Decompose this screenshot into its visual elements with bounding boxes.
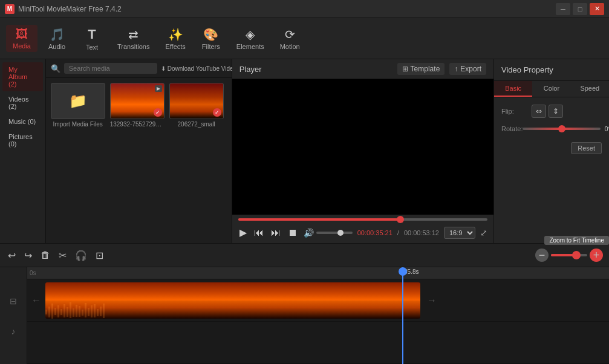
media-panel-toolbar: 🔍 ⬇ Download YouTube Videos (46, 59, 232, 78)
redo-button[interactable]: ↪ (22, 248, 34, 263)
rotate-label: Rotate: (501, 125, 523, 132)
export-button[interactable]: ↑ Export (449, 63, 486, 75)
delete-button[interactable]: 🗑 (39, 248, 52, 262)
main-toolbar: 🖼 Media 🎵 Audio T Text ⇄ Transitions ✨ E… (0, 18, 609, 59)
motion-icon: ⟳ (285, 27, 295, 42)
volume-control: 🔊 (304, 228, 353, 238)
flip-vertical-button[interactable]: ⇕ (549, 105, 563, 118)
timeline-ruler: 0s 35.8s (27, 267, 609, 279)
export-icon: ↑ (454, 65, 458, 73)
zoom-out-button[interactable]: − (535, 249, 549, 262)
aspect-ratio-select[interactable]: 16:9 4:3 1:1 (444, 227, 475, 239)
vid1-thumb: ▶ ✓ (110, 83, 164, 119)
toolbar-item-elements[interactable]: ◈ Elements (230, 25, 270, 53)
svg-rect-9 (70, 302, 71, 318)
tab-speed[interactable]: Speed (571, 81, 609, 97)
crop-button[interactable]: ⊡ (94, 248, 105, 263)
download-icon: ⬇ (161, 65, 166, 72)
svg-rect-13 (82, 310, 83, 316)
svg-rect-11 (76, 305, 77, 317)
transitions-icon: ⇄ (128, 27, 138, 42)
progress-filled (238, 218, 400, 221)
progress-thumb[interactable] (397, 216, 404, 223)
volume-icon: 🔊 (304, 228, 314, 238)
minimize-button[interactable]: ─ (556, 3, 570, 15)
elements-icon: ◈ (246, 27, 255, 42)
playhead-marker[interactable] (399, 267, 407, 276)
search-input[interactable] (64, 63, 157, 74)
tab-basic[interactable]: Basic (494, 81, 532, 97)
import-media-item[interactable]: 📁 Import Media Files (51, 83, 105, 128)
toolbar-item-text[interactable]: T Text (76, 24, 108, 53)
svg-rect-19 (100, 307, 102, 316)
clip1-arrow-right[interactable]: → (423, 295, 441, 306)
zoom-thumb[interactable] (572, 251, 581, 259)
current-time: 00:00:35:21 (357, 229, 392, 236)
sidebar-item-music[interactable]: Music (0) (2, 114, 43, 129)
toolbar-item-media[interactable]: 🖼 Media (6, 25, 37, 52)
flip-horizontal-button[interactable]: ⇔ (532, 105, 546, 118)
motion-label: Motion (280, 43, 300, 50)
player-panel: Player ⊞ Template ↑ Export ▶ ⏮ (232, 59, 494, 243)
svg-rect-17 (94, 304, 96, 317)
undo-button[interactable]: ↩ (6, 248, 18, 263)
download-label: Download YouTube Videos (168, 65, 240, 72)
audio-label: Audio (48, 43, 65, 50)
rotate-slider[interactable] (523, 128, 601, 130)
tab-color[interactable]: Color (532, 81, 570, 97)
video-preview-area (232, 79, 493, 215)
svg-rect-7 (64, 304, 65, 317)
template-button[interactable]: ⊞ Template (397, 63, 445, 75)
maximize-button[interactable]: □ (573, 3, 587, 15)
sidebar-item-my-album[interactable]: My Album (2) (2, 62, 43, 91)
filters-icon: 🎨 (203, 27, 218, 42)
player-title: Player (239, 65, 397, 74)
toolbar-item-filters[interactable]: 🎨 Filters (195, 25, 227, 53)
media-panel: 🔍 ⬇ Download YouTube Videos 📁 Import Med… (46, 59, 232, 243)
clip1-arrow-left[interactable]: ← (27, 295, 45, 306)
svg-rect-15 (88, 308, 90, 316)
toolbar-item-transitions[interactable]: ⇄ Transitions (111, 25, 155, 53)
toolbar-item-motion[interactable]: ⟳ Motion (274, 25, 306, 53)
sidebar-item-videos[interactable]: Videos (2) (2, 92, 43, 114)
ruler-start: 0s (30, 270, 36, 276)
toolbar-item-effects[interactable]: ✨ Effects (159, 25, 191, 53)
zoom-in-button[interactable]: + (590, 249, 603, 262)
zoom-slider[interactable] (551, 254, 587, 256)
properties-body: Flip: ⇔ ⇕ Rotate: 0° Reset (494, 97, 609, 243)
volume-slider[interactable] (316, 232, 353, 234)
player-actions: ⊞ Template ↑ Export (397, 63, 486, 75)
template-label: Template (411, 65, 440, 73)
close-button[interactable]: ✕ (590, 3, 604, 15)
zoom-tooltip: Zoom to Fit Timeline (544, 236, 609, 245)
elements-label: Elements (236, 43, 264, 50)
folder-icon: 📁 (69, 93, 87, 109)
music-track-icon: ♪ (0, 323, 27, 340)
media-item-vid1[interactable]: ▶ ✓ 132932-755272963.... (110, 83, 164, 128)
vid2-thumb: ✓ (169, 83, 224, 119)
titlebar: M MiniTool MovieMaker Free 7.4.2 ─ □ ✕ (0, 0, 609, 18)
rotate-row: Rotate: 0° (501, 125, 602, 132)
play-button[interactable]: ▶ (238, 226, 248, 239)
svg-rect-16 (91, 305, 93, 317)
stop-button[interactable]: ⏹ (287, 226, 299, 239)
total-time: 00:00:53:12 (404, 229, 439, 236)
progress-bar[interactable] (238, 218, 487, 221)
next-frame-button[interactable]: ⏭ (270, 226, 282, 239)
cut-button[interactable]: ✂ (57, 248, 68, 263)
download-youtube-button[interactable]: ⬇ Download YouTube Videos (161, 65, 240, 72)
filters-label: Filters (202, 43, 220, 50)
player-controls: ▶ ⏮ ⏭ ⏹ 🔊 00:00:35:21 / 00:00:53:12 16:9… (232, 215, 493, 243)
reset-button[interactable]: Reset (571, 142, 602, 154)
video-clip-1[interactable] (45, 282, 420, 319)
search-icon: 🔍 (51, 64, 60, 73)
media-item-vid2[interactable]: ✓ 206272_small (169, 83, 224, 128)
audio-button[interactable]: 🎧 (73, 248, 89, 263)
text-label: Text (86, 44, 98, 51)
toolbar-item-audio[interactable]: 🎵 Audio (41, 25, 73, 53)
audio-icon: 🎵 (50, 27, 65, 42)
flip-row: Flip: ⇔ ⇕ (501, 105, 602, 118)
fullscreen-button[interactable]: ⤢ (480, 228, 487, 238)
prev-frame-button[interactable]: ⏮ (253, 226, 265, 239)
sidebar-item-pictures[interactable]: Pictures (0) (2, 129, 43, 151)
